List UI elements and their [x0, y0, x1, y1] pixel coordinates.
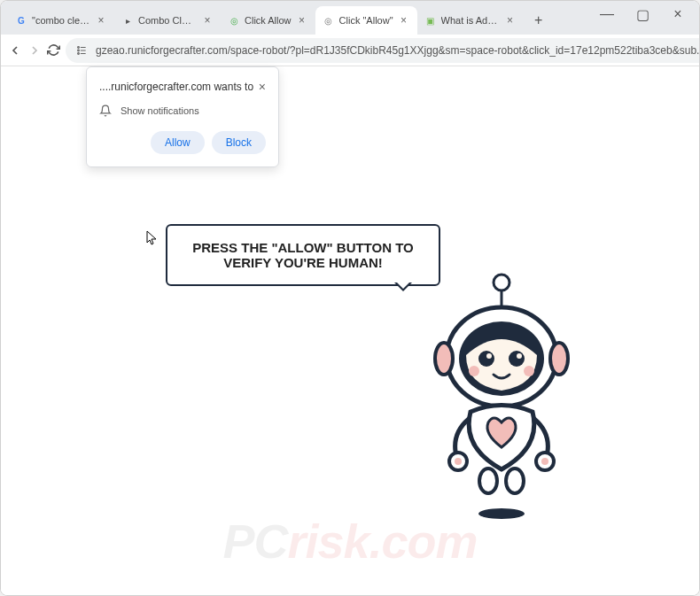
tab-2[interactable]: ◎ Click Allow ×	[221, 6, 315, 35]
cursor-icon	[146, 230, 159, 249]
watermark-p: P	[222, 515, 253, 568]
site-info-icon[interactable]	[74, 43, 89, 58]
close-icon[interactable]: ×	[95, 14, 107, 27]
block-button[interactable]: Block	[212, 131, 266, 154]
back-button[interactable]	[8, 38, 22, 63]
forward-button[interactable]	[27, 38, 42, 63]
close-window-button[interactable]: ×	[660, 1, 696, 27]
robot-illustration	[417, 270, 586, 527]
svg-point-8	[494, 275, 509, 290]
tab-label: "combo cleaner" -	[32, 15, 90, 26]
tab-label: Click Allow	[245, 15, 292, 26]
titlebar: G "combo cleaner" - × ▸ Combo Cleaner Pr…	[1, 1, 699, 35]
tab-3-active[interactable]: ◎ Click "Allow" ×	[315, 6, 417, 35]
address-bar[interactable]: gzeao.runicforgecrafter.com/space-robot/…	[66, 38, 700, 63]
speech-text: PRESS THE "ALLOW" BUTTON TO VERIFY YOU'R…	[192, 240, 414, 270]
svg-point-16	[486, 353, 492, 359]
svg-point-19	[524, 366, 534, 376]
popup-buttons: Allow Block	[99, 131, 266, 154]
tab-1[interactable]: ▸ Combo Cleaner Pr ×	[114, 6, 221, 35]
tab-4[interactable]: ▣ What is Adware Vi ×	[417, 6, 524, 35]
favicon-allow: ◎	[228, 14, 240, 27]
svg-point-24	[479, 468, 497, 493]
window-controls: — ▢ ×	[589, 1, 696, 27]
popup-close-icon[interactable]: ×	[259, 80, 266, 94]
favicon-combo: ▸	[121, 14, 134, 27]
close-icon[interactable]: ×	[398, 14, 410, 27]
speech-bubble: PRESS THE "ALLOW" BUTTON TO VERIFY YOU'R…	[166, 224, 440, 286]
tab-label: Click "Allow"	[339, 15, 393, 26]
svg-point-23	[541, 458, 548, 465]
svg-point-17	[517, 353, 522, 359]
favicon-adware: ▣	[424, 14, 437, 27]
svg-point-21	[455, 458, 462, 465]
url-text: gzeao.runicforgecrafter.com/space-robot/…	[96, 44, 700, 57]
minimize-button[interactable]: —	[589, 1, 625, 27]
new-tab-button[interactable]: +	[527, 9, 550, 32]
bell-icon	[99, 104, 112, 117]
svg-point-2	[78, 52, 80, 54]
favicon-active: ◎	[323, 14, 335, 27]
toolbar: gzeao.runicforgecrafter.com/space-robot/…	[1, 35, 699, 66]
close-icon[interactable]: ×	[201, 14, 214, 27]
popup-domain-text: ....runicforgecrafter.com wants to	[99, 81, 253, 93]
tab-label: What is Adware Vi	[441, 15, 500, 26]
tab-label: Combo Cleaner Pr	[138, 15, 197, 26]
popup-header: ....runicforgecrafter.com wants to ×	[99, 80, 266, 94]
maximize-button[interactable]: ▢	[625, 1, 660, 27]
svg-point-12	[550, 343, 568, 375]
favicon-google: G	[15, 14, 27, 27]
browser-window: G "combo cleaner" - × ▸ Combo Cleaner Pr…	[0, 0, 700, 596]
popup-permission-row: Show notifications	[99, 104, 266, 117]
svg-point-0	[78, 50, 80, 51]
svg-point-11	[435, 343, 453, 375]
svg-point-14	[478, 351, 494, 367]
watermark-c: C	[253, 515, 287, 568]
close-icon[interactable]: ×	[504, 14, 517, 27]
close-icon[interactable]: ×	[296, 14, 308, 27]
allow-button[interactable]: Allow	[151, 131, 205, 154]
svg-point-25	[506, 468, 524, 493]
reload-button[interactable]	[47, 38, 60, 63]
notification-permission-popup: ....runicforgecrafter.com wants to × Sho…	[86, 66, 279, 167]
svg-point-15	[509, 351, 525, 367]
svg-point-1	[78, 46, 80, 48]
page-content: ....runicforgecrafter.com wants to × Sho…	[1, 66, 699, 595]
tab-0[interactable]: G "combo cleaner" - ×	[8, 6, 114, 35]
svg-point-18	[469, 366, 479, 376]
svg-point-26	[478, 508, 525, 519]
permission-text: Show notifications	[121, 105, 199, 116]
